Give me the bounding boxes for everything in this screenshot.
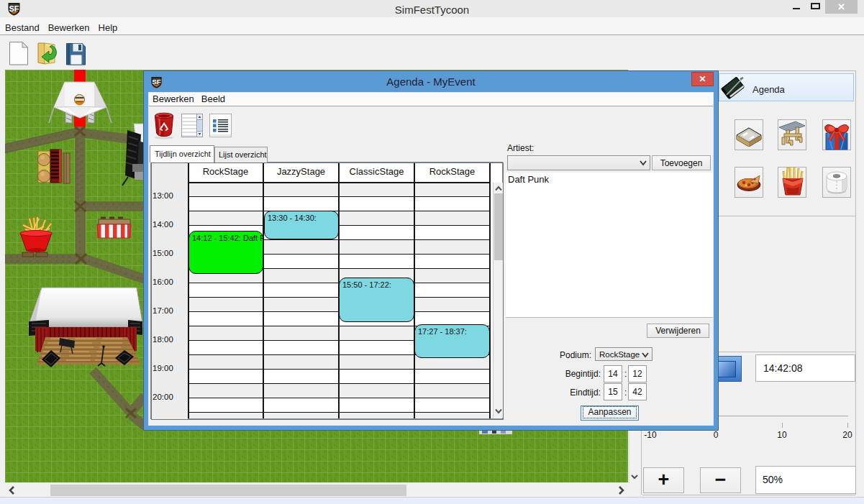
svg-text:SF: SF [152,78,161,86]
svg-text:SF: SF [9,4,19,13]
